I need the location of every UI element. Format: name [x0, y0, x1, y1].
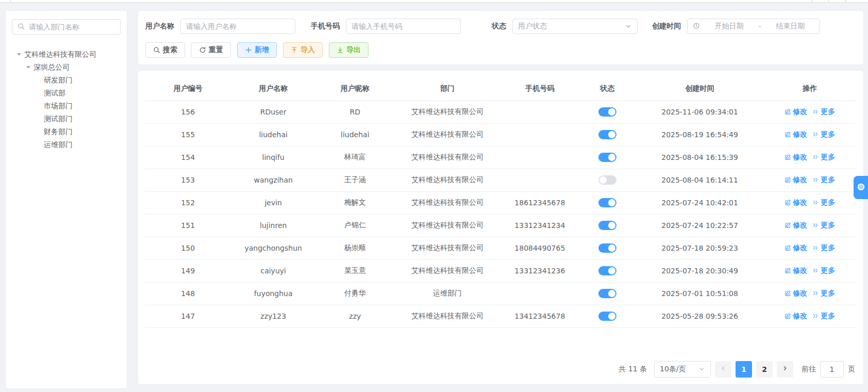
import-button[interactable]: 导入 — [283, 42, 323, 58]
double-chevron-right-icon — [812, 244, 819, 251]
pagination-total: 共 11 条 — [619, 365, 647, 374]
edit-link[interactable]: 修改 — [784, 153, 807, 162]
edit-link[interactable]: 修改 — [784, 130, 807, 139]
status-toggle[interactable] — [598, 289, 616, 298]
edit-link[interactable]: 修改 — [784, 107, 807, 117]
table-row: 149caiyuyi菜玉意艾科维达科技有限公司133123412362025-0… — [145, 259, 856, 282]
status-toggle[interactable] — [598, 107, 616, 117]
toggle-knob — [608, 290, 615, 297]
status-toggle[interactable] — [598, 153, 616, 162]
edit-link[interactable]: 修改 — [784, 221, 807, 230]
next-page-button[interactable] — [777, 361, 793, 378]
more-link[interactable]: 更多 — [812, 243, 835, 253]
more-link[interactable]: 更多 — [812, 221, 835, 230]
more-link[interactable]: 更多 — [812, 312, 835, 321]
more-link[interactable]: 更多 — [812, 198, 835, 207]
cell-actions: 修改更多 — [764, 237, 856, 259]
cell-id: 147 — [145, 305, 230, 328]
prev-page-button[interactable] — [715, 361, 731, 378]
cell-nick: 杨崇顺 — [316, 237, 394, 259]
edit-link-label: 修改 — [793, 198, 807, 207]
tree-node[interactable]: 财务部门 — [12, 125, 121, 138]
tree-node[interactable]: 研发部门 — [12, 74, 121, 87]
edit-icon — [784, 222, 791, 228]
cell-nick: 卢锦仁 — [316, 214, 394, 237]
edit-link[interactable]: 修改 — [784, 243, 807, 253]
phone-label: 手机号码 — [311, 22, 340, 31]
page-button-1[interactable]: 1 — [736, 361, 752, 378]
more-link[interactable]: 更多 — [812, 107, 835, 117]
date-end-placeholder: 结束日期 — [766, 22, 814, 31]
strip-divider — [828, 0, 829, 3]
cell-dept: 艾科维达科技有限公司 — [394, 237, 501, 259]
caret-down-icon[interactable] — [26, 66, 30, 69]
status-toggle[interactable] — [598, 221, 616, 230]
tree-node[interactable]: 运维部门 — [12, 138, 121, 151]
edit-link[interactable]: 修改 — [784, 266, 807, 275]
cell-phone: 13312341236 — [500, 259, 579, 282]
status-toggle[interactable] — [598, 175, 616, 185]
theme-settings-button[interactable] — [854, 176, 868, 199]
goto-page-input[interactable] — [820, 361, 844, 378]
page-size-select[interactable]: 10条/页 — [654, 361, 711, 378]
edit-link-label: 修改 — [793, 221, 807, 230]
column-header: 状态 — [579, 77, 636, 101]
filter-card: 用户名称 手机号码 状态 用户状态 创建时间 — [138, 10, 864, 65]
username-input[interactable] — [186, 22, 290, 30]
tree-node[interactable]: 深圳总公司 — [12, 61, 121, 74]
edit-link[interactable]: 修改 — [784, 175, 807, 185]
top-tabs-strip — [0, 0, 868, 3]
page-button-2[interactable]: 2 — [756, 361, 773, 378]
cell-created: 2025-08-04 16:14:11 — [636, 169, 763, 191]
status-toggle[interactable] — [598, 130, 616, 139]
cell-created: 2025-07-01 10:51:08 — [636, 282, 763, 305]
tree-node[interactable]: 测试部 — [12, 87, 121, 100]
more-link[interactable]: 更多 — [812, 175, 835, 185]
add-button[interactable]: 新增 — [237, 42, 277, 58]
caret-down-icon[interactable] — [17, 53, 21, 56]
cell-status — [579, 101, 636, 123]
cell-status — [579, 237, 636, 259]
page-layout: 艾科维达科技有限公司深圳总公司研发部门测试部市场部门测试部门财务部门运维部门 用… — [0, 3, 868, 391]
phone-input[interactable] — [352, 22, 455, 30]
search-button[interactable]: 搜索 — [145, 42, 185, 58]
more-link[interactable]: 更多 — [812, 153, 835, 162]
status-label: 状态 — [492, 22, 506, 31]
edit-link[interactable]: 修改 — [784, 312, 807, 321]
edit-icon — [784, 244, 791, 251]
reset-button[interactable]: 重置 — [191, 42, 231, 58]
tree-node[interactable]: 测试部门 — [12, 112, 121, 125]
cell-actions: 修改更多 — [764, 123, 856, 146]
more-link[interactable]: 更多 — [812, 289, 835, 298]
edit-link[interactable]: 修改 — [784, 289, 807, 298]
edit-link-label: 修改 — [793, 107, 807, 117]
tree-node-label: 艾科维达科技有限公司 — [24, 50, 96, 59]
status-toggle[interactable] — [598, 198, 616, 207]
more-link-label: 更多 — [821, 130, 835, 139]
table-row: 152jevin梅解文艾科维达科技有限公司186123456782025-07-… — [145, 191, 856, 214]
edit-link[interactable]: 修改 — [784, 198, 807, 207]
page-size-value: 10条/页 — [660, 365, 686, 374]
table-row: 150yangchongshun杨崇顺艾科维达科技有限公司18084490765… — [145, 237, 856, 259]
department-search-input[interactable] — [29, 23, 115, 31]
status-select[interactable]: 用户状态 — [512, 19, 638, 34]
cell-dept: 艾科维达科技有限公司 — [394, 214, 501, 237]
tree-node[interactable]: 艾科维达科技有限公司 — [12, 48, 121, 61]
status-toggle[interactable] — [598, 243, 616, 253]
more-link[interactable]: 更多 — [812, 130, 835, 139]
date-range-picker[interactable]: 开始日期 - 结束日期 — [687, 19, 820, 34]
tree-node-label: 运维部门 — [44, 140, 73, 150]
tree-node[interactable]: 市场部门 — [12, 100, 121, 112]
chevron-right-icon — [781, 365, 789, 373]
status-toggle[interactable] — [598, 312, 616, 321]
status-toggle[interactable] — [598, 266, 616, 275]
created-time-label: 创建时间 — [652, 22, 681, 31]
strip-divider — [812, 0, 812, 3]
export-button[interactable]: 导出 — [329, 42, 369, 58]
cell-nick: zzy — [316, 305, 394, 328]
pagination-bar: 共 11 条 10条/页 12 前往 页 — [145, 361, 856, 378]
cell-id: 154 — [145, 146, 230, 169]
more-link[interactable]: 更多 — [812, 266, 835, 275]
toggle-knob — [608, 244, 615, 252]
chevron-down-icon — [698, 366, 705, 372]
